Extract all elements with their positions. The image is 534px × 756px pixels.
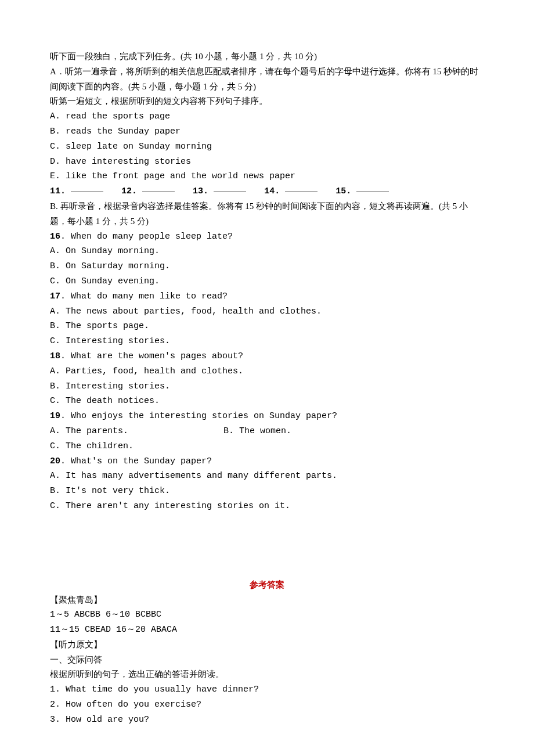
q20-option-c: C. There aren't any interesting stories … xyxy=(50,499,484,514)
document-page: 听下面一段独白，完成下列任务。(共 10 小题，每小题 1 分，共 10 分) … xyxy=(0,0,534,756)
ordering-option-d: D. have interesting stories xyxy=(50,154,484,170)
part-b-instructions: B. 再听录音，根据录音内容选择最佳答案。你将有 15 秒钟的时间阅读下面的内容… xyxy=(50,199,484,229)
section-1-heading: 一、交际问答 xyxy=(50,653,484,668)
ordering-option-a: A. read the sports page xyxy=(50,109,484,124)
q19-option-c: C. The children. xyxy=(50,439,484,454)
intro-line-2: A．听第一遍录音，将所听到的相关信息匹配或者排序，请在每个题号后的字母中进行选择… xyxy=(50,64,484,95)
q15-blank xyxy=(356,183,389,192)
q17-option-b: B. The sports page. xyxy=(50,319,484,334)
q19-options-ab: A. The parents. B. The women. xyxy=(50,424,484,439)
ordering-option-c: C. sleep late on Sunday morning xyxy=(50,139,484,154)
q13-blank xyxy=(214,183,246,192)
q18-option-c: C. The death notices. xyxy=(50,394,484,409)
q11-blank xyxy=(71,183,103,192)
q16-question: 1616. When do many people sleep late?. W… xyxy=(50,229,484,244)
q19-question: 19. Who enjoys the interesting stories o… xyxy=(50,409,484,424)
intro-line-3: 听第一遍短文，根据所听到的短文内容将下列句子排序。 xyxy=(50,94,484,109)
q19-option-b: B. The women. xyxy=(223,426,291,436)
ordering-option-b: B. reads the Sunday paper xyxy=(50,124,484,139)
answer-row-2: 11～15 CBEAD 16～20 ABACA xyxy=(50,622,484,638)
q16-option-c: C. On Sunday evening. xyxy=(50,274,484,289)
q11-label: 11. xyxy=(50,186,66,196)
section-1-instruction: 根据所听到的句子，选出正确的答语并朗读。 xyxy=(50,667,484,682)
listening-line-2: 2. How often do you exercise? xyxy=(50,697,484,712)
q17-option-c: C. Interesting stories. xyxy=(50,334,484,349)
q15-label: 15. xyxy=(335,186,351,196)
q13-label: 13. xyxy=(193,186,208,196)
q17-question: 17. What do many men like to read? xyxy=(50,289,484,304)
q19-option-a: A. The parents. xyxy=(50,424,218,439)
answer-key-section: 参考答案 【聚焦青岛】 1～5 ABCBB 6～10 BCBBC 11～15 C… xyxy=(50,578,484,728)
listening-line-3: 3. How old are you? xyxy=(50,712,484,728)
q17-option-a: A. The news about parties, food, health … xyxy=(50,304,484,319)
q18-option-a: A. Parties, food, health and clothes. xyxy=(50,364,484,379)
listening-original-heading: 【听力原文】 xyxy=(50,638,484,653)
listening-line-1: 1. What time do you usually have dinner? xyxy=(50,682,484,697)
q18-option-b: B. Interesting stories. xyxy=(50,379,484,394)
q14-blank xyxy=(285,183,317,192)
q14-label: 14. xyxy=(264,186,280,196)
q12-blank xyxy=(142,183,175,192)
q12-label: 12. xyxy=(121,186,137,196)
q20-option-a: A. It has many advertisements and many d… xyxy=(50,469,484,484)
q16-option-a: A. On Sunday morning. xyxy=(50,244,484,259)
q16-option-b: B. On Saturday morning. xyxy=(50,259,484,274)
q18-question: 18. What are the women's pages about? xyxy=(50,349,484,364)
ordering-option-e: E. like the front page and the world new… xyxy=(50,169,484,184)
q20-option-b: B. It's not very thick. xyxy=(50,484,484,499)
intro-line-1: 听下面一段独白，完成下列任务。(共 10 小题，每小题 1 分，共 10 分) xyxy=(50,49,484,64)
answer-key-title: 参考答案 xyxy=(50,578,484,593)
q20-question: 20. What's on the Sunday paper? xyxy=(50,454,484,469)
fill-in-blank-line: 11. 12. 13. 14. 15. xyxy=(50,184,484,199)
answer-row-1: 1～5 ABCBB 6～10 BCBBC xyxy=(50,607,484,622)
focus-heading: 【聚焦青岛】 xyxy=(50,593,484,608)
